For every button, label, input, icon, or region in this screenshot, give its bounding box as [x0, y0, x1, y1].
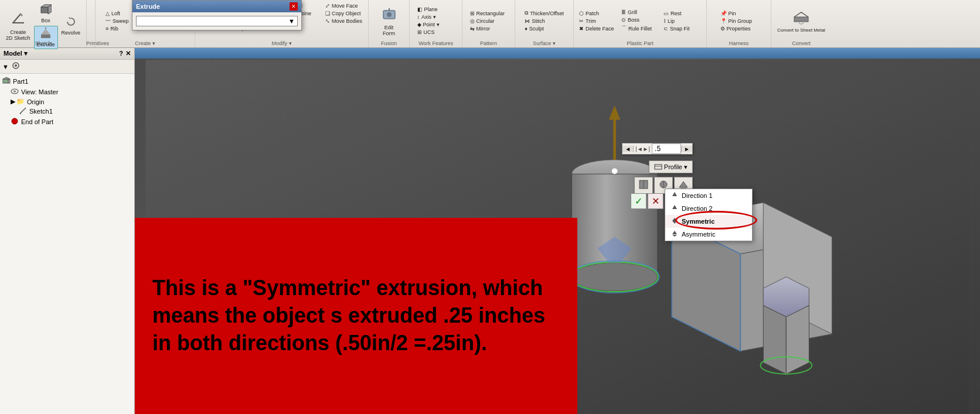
pin-button[interactable]: 📌 Pin: [719, 10, 760, 17]
origin-folder-icon: 📁: [16, 98, 25, 105]
part1-label: Part1: [13, 78, 28, 85]
profile-button[interactable]: Profile ▾: [649, 160, 693, 173]
edit-form-button[interactable]: Edit Form: [376, 4, 402, 39]
svg-marker-55: [672, 235, 677, 237]
direction1-label: Direction 1: [682, 192, 713, 199]
axis-button[interactable]: ↕ Axis ▾: [416, 13, 457, 20]
convert-sheet-metal-icon: [793, 9, 809, 27]
dim-value-input[interactable]: .5: [652, 143, 681, 154]
lip-button[interactable]: ⌇ Lip: [662, 18, 703, 25]
part1-icon: [2, 77, 11, 86]
move-bodies-label: Move Bodies: [332, 18, 362, 24]
main-viewport: ◄ |◄►| .5 ► Profile ▾ ✓: [135, 48, 980, 414]
properties-label: Properties: [727, 26, 751, 32]
surface-label: Surface ▾: [515, 40, 573, 46]
delete-face-icon: ✖: [579, 26, 584, 32]
profile-dropdown[interactable]: ▼: [136, 16, 298, 26]
svg-rect-16: [3, 79, 8, 83]
filter-icon[interactable]: ▼: [2, 63, 9, 70]
circular-button[interactable]: ◎ Circular: [468, 18, 509, 25]
sweep-label: Sweep: [113, 18, 129, 24]
ok-button[interactable]: ✓: [631, 193, 646, 209]
toolbar-section-pattern: ⊞ Rectangular ◎ Circular ⇆ Mirror Patter…: [462, 0, 515, 47]
panel-close-button[interactable]: ✕: [125, 50, 131, 57]
direction2-item[interactable]: Direction 2: [665, 202, 752, 215]
boss-button[interactable]: ⊙ Boss: [620, 16, 661, 23]
create-section-label[interactable]: Create ▾: [96, 40, 195, 46]
create-2d-sketch-button[interactable]: Create 2D Sketch: [4, 8, 33, 43]
direction1-icon: [671, 191, 678, 200]
view-master-icon: [11, 87, 19, 97]
dialog-body: ▼: [132, 12, 301, 30]
sketch1-label: Sketch1: [29, 108, 53, 115]
dim-increase-button[interactable]: ►: [681, 146, 692, 152]
sculpt-button[interactable]: ♦ Sculpt: [523, 25, 566, 32]
ucs-button[interactable]: ⊞ UCS: [416, 29, 457, 36]
extrude-icon: [40, 28, 52, 41]
edit-form-icon: [381, 6, 397, 24]
rule-fillet-button[interactable]: ⌒ Rule Fillet: [620, 24, 661, 33]
axis-icon: ↕: [417, 14, 420, 20]
thicken-offset-button[interactable]: ⧉ Thicken/Offset: [523, 9, 566, 17]
svg-marker-51: [672, 205, 677, 209]
rectangular-button[interactable]: ⊞ Rectangular: [468, 10, 509, 17]
mirror-button[interactable]: ⇆ Mirror: [468, 25, 509, 32]
point-icon: ◆: [417, 22, 421, 28]
dimension-widget: ◄ |◄►| .5 ►: [622, 143, 693, 155]
box-button[interactable]: Box: [34, 2, 58, 25]
tree-item-origin[interactable]: ▶ 📁 Origin: [2, 97, 132, 106]
asymmetric-label: Asymmetric: [682, 231, 715, 238]
panel-settings-icon[interactable]: [11, 61, 21, 72]
tree-item-sketch1[interactable]: Sketch1: [2, 106, 132, 117]
toolbar-section-work-features: ◧ Plane ↕ Axis ▾ ◆ Point ▾ ⊞ UCS Work Fe…: [410, 0, 462, 47]
svg-marker-37: [763, 306, 786, 374]
toolbar-section-surface: ⧉ Thicken/Offset ⋈ Stitch ♦ Sculpt Surfa…: [515, 0, 574, 47]
viewport-topbar: [135, 48, 980, 59]
patch-button[interactable]: ⬡ Patch: [577, 10, 618, 17]
plane-icon: ◧: [417, 6, 423, 12]
trim-label: Trim: [586, 18, 596, 24]
modify-section-label[interactable]: Modify ▾: [195, 40, 368, 46]
direction1-item[interactable]: Direction 1: [665, 189, 752, 202]
copy-object-button[interactable]: ❑ Copy Object: [324, 10, 365, 17]
panel-help-button[interactable]: ?: [119, 50, 123, 57]
revolve-button[interactable]: Revolve: [59, 15, 83, 37]
plane-label: Plane: [424, 6, 438, 12]
grill-button[interactable]: ≣ Grill: [620, 9, 661, 16]
copy-object-icon: ❑: [325, 11, 330, 16]
symmetric-item[interactable]: Symmetric: [665, 215, 752, 228]
move-bodies-button[interactable]: ⤡ Move Bodies: [324, 18, 365, 25]
point-button[interactable]: ◆ Point ▾: [416, 21, 457, 28]
tree-item-part1[interactable]: Part1: [2, 76, 132, 87]
stitch-button[interactable]: ⋈ Stitch: [523, 18, 566, 25]
model-tree: Part1 View: Master ▶ 📁 Origin Sketch1: [0, 74, 134, 414]
tree-item-end-of-part[interactable]: End of Part: [2, 117, 132, 127]
circular-label: Circular: [477, 18, 495, 24]
sculpt-icon: ♦: [525, 26, 528, 32]
asymmetric-item[interactable]: Asymmetric: [665, 228, 752, 241]
tree-item-view-master[interactable]: View: Master: [2, 87, 132, 97]
op-new-body-button[interactable]: [634, 177, 653, 194]
point-label: Point ▾: [423, 22, 440, 28]
pin-group-button[interactable]: 📍 Pin Group: [719, 18, 760, 25]
properties-button[interactable]: ⚙ Properties: [719, 25, 760, 32]
dim-decrease-button[interactable]: ◄: [622, 146, 634, 152]
plane-button[interactable]: ◧ Plane: [416, 6, 457, 13]
loft-icon: △: [106, 11, 110, 16]
cancel-button[interactable]: ✕: [648, 193, 663, 209]
svg-marker-48: [679, 182, 688, 187]
snap-fit-button[interactable]: ⊂ Snap Fit: [662, 25, 703, 32]
trim-button[interactable]: ✂ Trim: [577, 18, 618, 25]
extrude-dialog-close-button[interactable]: ✕: [290, 2, 298, 11]
convert-sheet-metal-button[interactable]: Convert to Sheet Metal: [775, 4, 828, 39]
lip-icon: ⌇: [663, 18, 666, 24]
sculpt-label: Sculpt: [529, 26, 544, 32]
move-face-button[interactable]: ⤢ Move Face: [324, 2, 365, 9]
patch-icon: ⬡: [579, 11, 584, 16]
delete-face-button[interactable]: ✖ Delete Face: [577, 25, 618, 32]
boss-label: Boss: [628, 17, 639, 23]
move-bodies-icon: ⤡: [325, 18, 330, 24]
rest-button[interactable]: ▭ Rest: [662, 10, 703, 17]
rest-label: Rest: [671, 11, 682, 16]
annotation-text: This is a "Symmetric" extrusion, which m…: [152, 275, 560, 357]
